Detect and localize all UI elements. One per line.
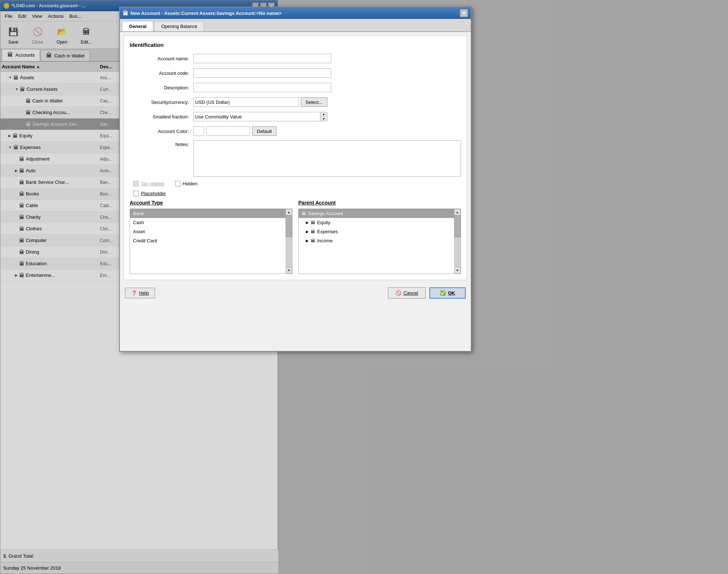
account-name-row: Account name:	[130, 53, 461, 64]
scroll-up-button[interactable]: ▲	[286, 209, 292, 215]
parent-expand-icon: ▶	[306, 230, 309, 234]
tab-general-label: General	[129, 24, 146, 29]
placeholder-checkbox[interactable]	[133, 191, 139, 196]
fraction-row: Smallest fraction: Use Commodity Value ▲…	[130, 111, 461, 122]
account-code-label: Account code:	[130, 70, 193, 76]
tax-related-checkbox[interactable]	[133, 181, 139, 186]
color-row: Account Color: Default	[130, 126, 461, 137]
parent-item-icon: 🏛	[311, 220, 315, 225]
account-type-item[interactable]: Bank	[130, 209, 286, 218]
dialog-title-icon: 🏛	[123, 10, 128, 16]
scroll-thumb[interactable]	[286, 215, 292, 237]
parent-account-item[interactable]: ▶ 🏛 Income	[299, 236, 454, 245]
parent-item-icon: 🏛	[311, 238, 315, 243]
notes-label: Notes:	[130, 140, 193, 147]
fraction-select[interactable]: Use Commodity Value	[193, 112, 320, 121]
color-default-button[interactable]: Default	[252, 126, 276, 136]
cancel-icon: 🚫	[396, 290, 401, 296]
description-label: Description:	[130, 85, 193, 90]
help-icon: ❓	[131, 290, 137, 296]
account-type-item[interactable]: Credit Card	[130, 236, 286, 245]
help-label: Help	[139, 290, 149, 296]
account-type-item[interactable]: Cash	[130, 218, 286, 227]
description-input[interactable]	[193, 83, 331, 92]
dialog-tab-bar: General Opening Balance	[120, 19, 471, 32]
scroll-track	[286, 215, 292, 267]
security-input[interactable]	[193, 97, 299, 107]
dialog-title: New Account - Assets:Current Assets:Savi…	[130, 11, 282, 16]
account-code-input[interactable]	[193, 68, 331, 78]
parent-item-name: Expenses	[317, 229, 338, 234]
cancel-button[interactable]: 🚫 Cancel	[388, 287, 426, 299]
parent-item-icon: 🏛	[311, 229, 315, 234]
bottom-section: Account Type Bank Cash Asset Credit Card…	[130, 200, 461, 274]
account-type-item[interactable]: Asset	[130, 227, 286, 236]
identification-section-title: Identification	[130, 42, 461, 48]
help-button[interactable]: ❓ Help	[125, 288, 155, 298]
account-type-section: Account Type Bank Cash Asset Credit Card…	[130, 200, 292, 274]
parent-account-section: Parent Account 🏛 Savings Account ▶ 🏛 Equ…	[298, 200, 461, 274]
fraction-up-arrow[interactable]: ▲	[320, 112, 327, 117]
account-code-row: Account code:	[130, 68, 461, 78]
fraction-label: Smallest fraction:	[130, 114, 193, 120]
parent-item-name: Equity	[317, 220, 330, 225]
dialog-form-area: Identification Account name: Account cod…	[124, 36, 467, 280]
hidden-checkbox[interactable]	[175, 181, 181, 186]
scroll-thumb[interactable]	[454, 215, 461, 237]
security-field-group: Select...	[193, 97, 327, 107]
cancel-label: Cancel	[404, 290, 418, 296]
parent-account-scrollbar[interactable]: ▲ ▼	[454, 209, 461, 274]
security-label: Security/currency:	[130, 100, 193, 105]
hidden-label: Hidden	[183, 181, 198, 186]
parent-item-name: Income	[317, 238, 333, 243]
fraction-value: Use Commodity Value	[195, 114, 242, 120]
scroll-up-button[interactable]: ▲	[454, 209, 461, 215]
account-type-title: Account Type	[130, 200, 292, 206]
description-row: Description:	[130, 82, 461, 93]
parent-account-listbox[interactable]: 🏛 Savings Account ▶ 🏛 Equity ▶ 🏛 Expense…	[298, 209, 461, 274]
ok-button[interactable]: ✅ OK	[429, 287, 466, 299]
dialog-button-bar: ❓ Help 🚫 Cancel ✅ OK	[120, 284, 471, 302]
select-security-button[interactable]: Select...	[301, 97, 327, 107]
color-preview[interactable]	[206, 126, 250, 136]
parent-account-title: Parent Account	[298, 200, 461, 206]
color-field-group: Default	[193, 126, 276, 136]
parent-account-list: 🏛 Savings Account ▶ 🏛 Equity ▶ 🏛 Expense…	[299, 209, 454, 274]
fraction-spinner[interactable]: ▲ ▼	[320, 112, 327, 121]
parent-expand-icon: ▶	[306, 221, 309, 225]
placeholder-label: Placeholder	[141, 191, 166, 196]
account-type-list: Bank Cash Asset Credit Card	[130, 209, 286, 274]
account-type-listbox[interactable]: Bank Cash Asset Credit Card ▲ ▼	[130, 209, 292, 274]
dialog-title-bar: 🏛 New Account - Assets:Current Assets:Sa…	[120, 7, 471, 19]
color-swatch	[193, 126, 204, 136]
parent-expand-icon: ▶	[306, 239, 309, 243]
security-row: Security/currency: Select...	[130, 97, 461, 108]
ok-icon: ✅	[440, 290, 446, 296]
tab-opening-balance[interactable]: Opening Balance	[154, 21, 204, 31]
scroll-down-button[interactable]: ▼	[454, 267, 461, 274]
hidden-checkbox-item: Hidden	[175, 181, 198, 186]
checkbox-row: Tax related Hidden	[130, 181, 461, 186]
ok-label: OK	[448, 290, 455, 296]
dialog-close-button[interactable]: ✕	[460, 9, 468, 17]
dialog-action-buttons: 🚫 Cancel ✅ OK	[388, 287, 466, 299]
parent-account-item[interactable]: ▶ 🏛 Expenses	[299, 227, 454, 236]
tab-opening-balance-label: Opening Balance	[161, 24, 197, 29]
scroll-down-button[interactable]: ▼	[286, 267, 292, 274]
tax-related-checkbox-item: Tax related	[133, 181, 164, 186]
placeholder-checkbox-item: Placeholder	[133, 191, 461, 196]
account-type-scrollbar[interactable]: ▲ ▼	[286, 209, 292, 274]
new-account-dialog: 🏛 New Account - Assets:Current Assets:Sa…	[119, 7, 472, 352]
parent-account-item[interactable]: 🏛 Savings Account	[299, 209, 454, 218]
fraction-field-group: Use Commodity Value ▲ ▼	[193, 112, 327, 121]
parent-account-item[interactable]: ▶ 🏛 Equity	[299, 218, 454, 227]
parent-item-name: Savings Account	[308, 211, 343, 216]
color-label: Account Color:	[130, 129, 193, 134]
parent-item-icon: 🏛	[302, 211, 306, 216]
fraction-down-arrow[interactable]: ▼	[320, 117, 327, 121]
notes-row: Notes:	[130, 140, 461, 177]
tab-general[interactable]: General	[122, 21, 153, 31]
account-name-label: Account name:	[130, 56, 193, 61]
account-name-input[interactable]	[193, 54, 331, 63]
notes-textarea[interactable]	[193, 140, 461, 177]
